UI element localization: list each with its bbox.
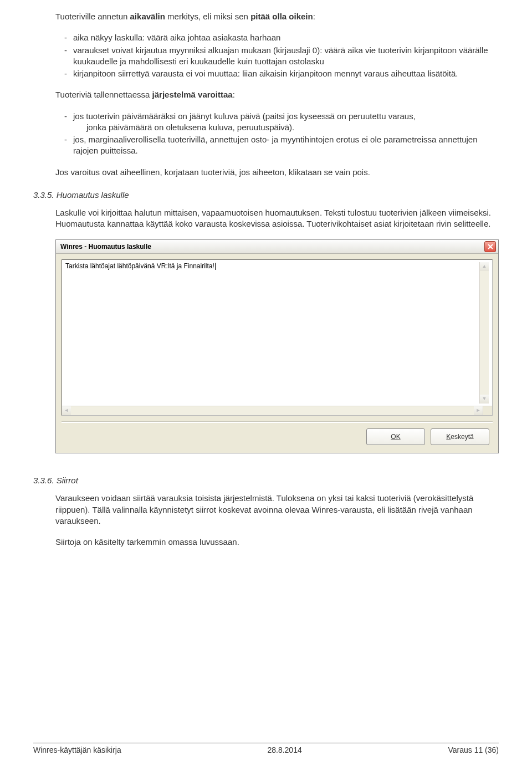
list-item: varaukset voivat kirjautua myynniksi alk…	[64, 45, 499, 68]
vertical-scrollbar[interactable]: ▲ ▼	[479, 262, 489, 404]
warning-outro: Jos varoitus ovat aiheellinen, korjataan…	[55, 167, 499, 178]
dialog-titlebar: Winres - Huomautus laskulle	[56, 240, 498, 254]
horizontal-scrollbar[interactable]: ◄ ►	[62, 406, 492, 415]
section-336-p1: Varaukseen voidaan siirtää varauksia toi…	[55, 493, 499, 527]
list-item: kirjanpitoon siirrettyä varausta ei voi …	[64, 68, 499, 79]
note-dialog: Winres - Huomautus laskulle Tarkista läh…	[55, 239, 499, 453]
footer-left: Winres-käyttäjän käsikirja	[33, 746, 121, 754]
section-336-heading: 3.3.6. Siirrot	[33, 476, 499, 485]
cancel-button[interactable]: Keskeytä	[431, 428, 489, 445]
section-336-p2: Siirtoja on käsitelty tarkemmin omassa l…	[55, 537, 499, 548]
dialog-title-text: Winres - Huomautus laskulle	[60, 243, 151, 251]
footer-center: 28.8.2014	[267, 746, 301, 754]
warning-list: jos tuoterivin päivämääräksi on jäänyt k…	[55, 111, 499, 157]
note-textarea[interactable]: Tarkista lähtöajat lähtöpäivänä VR:ltä j…	[62, 259, 493, 416]
footer-right: Varaus 11 (36)	[448, 746, 499, 754]
list-item: jos tuoterivin päivämääräksi on jäänyt k…	[64, 111, 499, 134]
intro-line: Tuoteriville annetun aikavälin merkitys,…	[55, 11, 499, 22]
page-footer: Winres-käyttäjän käsikirja 28.8.2014 Var…	[33, 743, 499, 754]
scroll-up-icon[interactable]: ▲	[480, 262, 489, 271]
list-item: aika näkyy laskulla: väärä aika johtaa a…	[64, 32, 499, 43]
section-335-heading: 3.3.5. Huomautus laskulle	[33, 190, 499, 200]
section-335-body: Laskulle voi kirjoittaa halutun mittaise…	[55, 207, 499, 230]
list-item: jos, marginaaliverollisella tuoterivillä…	[64, 134, 499, 157]
warning-intro: Tuoteriviä tallennettaessa järjestelmä v…	[55, 89, 499, 100]
ok-button[interactable]: OK	[366, 428, 425, 445]
scroll-down-icon[interactable]: ▼	[480, 395, 489, 404]
scroll-left-icon[interactable]: ◄	[62, 406, 71, 415]
scroll-right-icon[interactable]: ►	[474, 406, 483, 415]
close-icon[interactable]	[484, 241, 496, 252]
reasons-list: aika näkyy laskulla: väärä aika johtaa a…	[55, 32, 499, 79]
